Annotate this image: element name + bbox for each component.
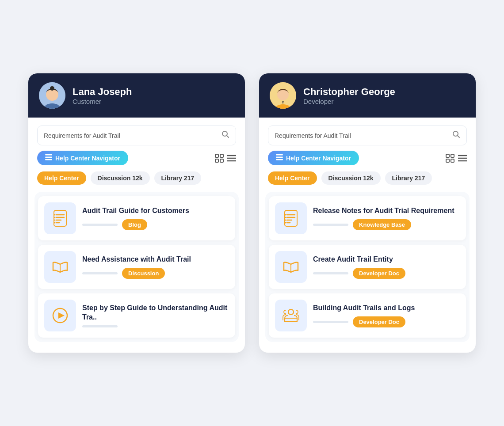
tab-library-217[interactable]: Library 217 xyxy=(385,171,432,185)
result-bar xyxy=(82,224,118,226)
result-meta: Developer Doc xyxy=(313,316,460,327)
panel-header-lana: Lana JosephCustomer xyxy=(28,73,245,118)
svg-rect-6 xyxy=(45,154,52,156)
tabs-row: Help CenterDiscussion 12kLibrary 217 xyxy=(37,171,236,185)
user-name: Christopher George xyxy=(303,86,395,98)
svg-point-50 xyxy=(285,220,286,221)
grid-view-icon[interactable] xyxy=(446,154,454,163)
result-content: Building Audit Trails and LogsDeveloper … xyxy=(313,304,460,327)
result-bar xyxy=(313,224,348,226)
svg-line-5 xyxy=(227,136,229,138)
nav-row: Help Center Navigator xyxy=(268,151,467,165)
result-title: Step by Step Guide to Understanding Audi… xyxy=(82,304,229,322)
result-badge: Developer Doc xyxy=(353,268,405,279)
result-badge: Knowledge Base xyxy=(353,219,411,230)
search-bar[interactable] xyxy=(268,126,467,145)
tab-library-217[interactable]: Library 217 xyxy=(154,171,202,185)
result-icon-list xyxy=(44,202,76,234)
result-badge: Discussion xyxy=(122,268,165,279)
svg-point-24 xyxy=(54,222,56,224)
result-title: Release Notes for Audit Trial Requiremen… xyxy=(313,206,460,216)
svg-point-22 xyxy=(54,217,56,218)
svg-rect-35 xyxy=(276,159,283,160)
result-meta: Discussion xyxy=(82,268,229,279)
svg-rect-37 xyxy=(451,154,454,157)
result-icon-play xyxy=(44,300,76,331)
svg-rect-9 xyxy=(215,154,218,157)
result-content: Create Audit Trail EntityDeveloper Doc xyxy=(313,255,460,279)
help-center-navigator-button[interactable]: Help Center Navigator xyxy=(268,151,359,165)
result-item[interactable]: Step by Step Guide to Understanding Audi… xyxy=(38,293,235,338)
hamburger-icon xyxy=(45,154,52,162)
user-info: Lana JosephCustomer xyxy=(73,86,132,105)
result-content: Release Notes for Audit Trial Requiremen… xyxy=(313,206,460,230)
result-icon-book xyxy=(275,251,307,283)
results-card: Audit Trail Guide for CustomersBlogNeed … xyxy=(34,192,239,342)
tab-discussion-12k[interactable]: Discussion 12k xyxy=(321,171,381,185)
results-card: Release Notes for Audit Trial Requiremen… xyxy=(265,192,470,342)
search-icon xyxy=(221,130,229,141)
search-bar[interactable] xyxy=(37,126,236,145)
result-badge: Blog xyxy=(122,219,147,230)
result-badge: Developer Doc xyxy=(353,316,405,327)
search-input[interactable] xyxy=(275,132,452,139)
result-item[interactable]: Release Notes for Audit Trial Requiremen… xyxy=(269,196,466,240)
svg-rect-39 xyxy=(451,159,454,162)
user-name: Lana Joseph xyxy=(73,86,132,98)
svg-rect-12 xyxy=(220,159,223,162)
tab-discussion-12k[interactable]: Discussion 12k xyxy=(91,171,150,185)
main-container: Lana JosephCustomerHelp Center Navigator… xyxy=(2,52,502,374)
svg-line-32 xyxy=(458,136,460,138)
user-role: Developer xyxy=(303,98,395,105)
svg-rect-10 xyxy=(220,154,223,157)
tab-help-center[interactable]: Help Center xyxy=(37,171,86,185)
search-input[interactable] xyxy=(44,132,221,139)
result-bar xyxy=(313,272,348,274)
svg-rect-8 xyxy=(45,159,52,160)
result-content: Step by Step Guide to Understanding Audi… xyxy=(82,304,229,328)
tab-help-center[interactable]: Help Center xyxy=(268,171,317,185)
hamburger-icon xyxy=(276,154,283,162)
result-content: Need Assistance with Audit TrailDiscussi… xyxy=(82,255,229,279)
result-title: Need Assistance with Audit Trail xyxy=(82,255,229,264)
nav-button-label: Help Center Navigator xyxy=(55,155,120,162)
result-meta: Developer Doc xyxy=(313,268,460,279)
view-icons xyxy=(446,154,467,163)
result-item[interactable]: Audit Trail Guide for CustomersBlog xyxy=(38,196,235,240)
svg-point-23 xyxy=(54,220,56,221)
svg-point-49 xyxy=(285,217,286,218)
user-info: Christopher GeorgeDeveloper xyxy=(303,86,395,105)
svg-rect-36 xyxy=(446,154,449,157)
result-title: Audit Trail Guide for Customers xyxy=(82,206,229,216)
svg-point-21 xyxy=(54,214,56,216)
help-center-navigator-button[interactable]: Help Center Navigator xyxy=(37,151,128,165)
grid-view-icon[interactable] xyxy=(215,154,224,163)
result-title: Building Audit Trails and Logs xyxy=(313,304,460,313)
result-icon-book xyxy=(44,251,76,283)
svg-marker-27 xyxy=(58,312,65,319)
view-icons xyxy=(215,154,236,163)
result-bar xyxy=(82,325,118,327)
search-icon xyxy=(452,130,460,141)
panel-header-chris: Christopher GeorgeDeveloper xyxy=(259,73,476,118)
svg-point-3 xyxy=(50,86,54,91)
list-view-icon[interactable] xyxy=(227,155,236,162)
result-item[interactable]: Create Audit Trail EntityDeveloper Doc xyxy=(269,245,466,289)
result-item[interactable]: Building Audit Trails and LogsDeveloper … xyxy=(269,293,466,338)
avatar xyxy=(270,82,296,109)
nav-button-label: Help Center Navigator xyxy=(286,155,351,162)
result-title: Create Audit Trail Entity xyxy=(313,255,460,264)
panel-chris: Christopher GeorgeDeveloperHelp Center N… xyxy=(259,73,476,353)
result-meta: Blog xyxy=(82,219,229,230)
result-icon-list xyxy=(275,202,307,234)
svg-rect-38 xyxy=(446,159,449,162)
list-view-icon[interactable] xyxy=(458,155,467,162)
svg-rect-43 xyxy=(285,210,297,226)
user-role: Customer xyxy=(73,98,132,105)
result-item[interactable]: Need Assistance with Audit TrailDiscussi… xyxy=(38,245,235,289)
avatar xyxy=(39,82,65,109)
result-icon-people xyxy=(275,300,307,331)
svg-rect-16 xyxy=(54,210,66,226)
result-meta xyxy=(82,325,229,327)
nav-row: Help Center Navigator xyxy=(37,151,236,165)
